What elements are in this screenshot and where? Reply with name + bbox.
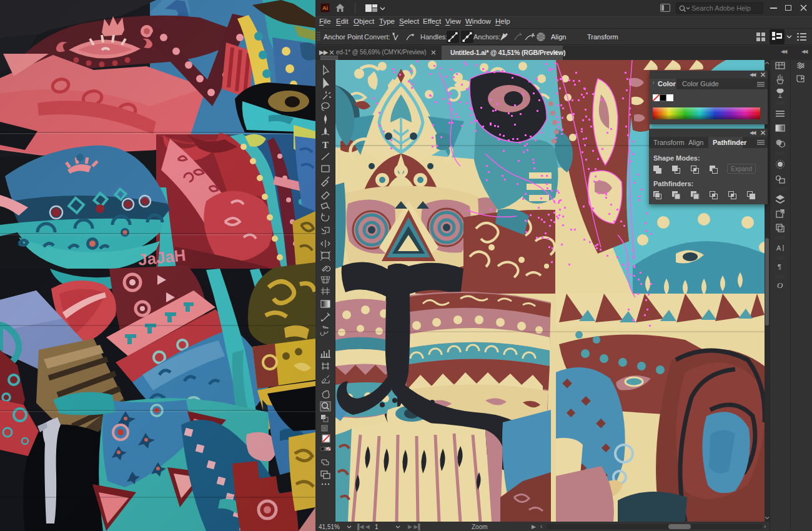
svg-text:?: ? <box>323 426 326 432</box>
svg-text:¶: ¶ <box>778 263 781 270</box>
svg-text:O: O <box>777 280 783 290</box>
svg-text:A: A <box>776 244 781 252</box>
svg-text:T: T <box>322 140 329 150</box>
